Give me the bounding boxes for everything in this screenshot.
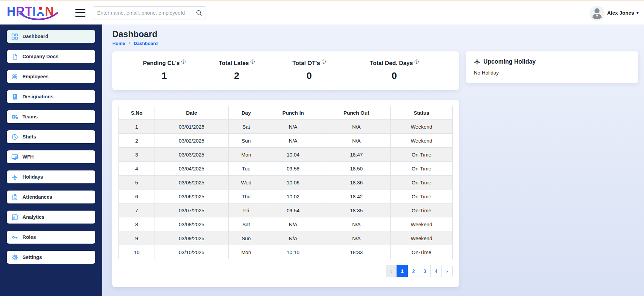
- sidebar-item-label: Attendances: [22, 194, 52, 200]
- table-cell: Wed: [228, 176, 264, 190]
- table-cell: 10: [119, 245, 155, 259]
- document-icon: [12, 53, 18, 60]
- sidebar-item-analytics[interactable]: Analytics: [7, 211, 95, 224]
- table-row: 1003/10/2025Mon10:1018:33On-Time: [119, 245, 453, 259]
- info-icon[interactable]: [181, 60, 186, 64]
- table-cell: On-Time: [390, 190, 453, 203]
- table-cell: 03/01/2025: [155, 120, 228, 134]
- sidebar-item-label: WFH: [22, 154, 34, 160]
- stat-label: Total Ded. Days: [345, 60, 443, 67]
- table-row: 103/01/2025SatN/AN/AWeekend: [119, 120, 453, 134]
- stat-total-ded-days: Total Ded. Days 0: [345, 60, 443, 81]
- table-cell: Sat: [228, 120, 264, 134]
- column-header-date: Date: [155, 106, 228, 120]
- avatar-person-icon: [590, 6, 604, 20]
- pagination-page-4[interactable]: 4: [430, 265, 442, 277]
- sidebar-item-designations[interactable]: Designations: [7, 90, 95, 103]
- pagination-page-1[interactable]: 1: [397, 265, 408, 277]
- sidebar-item-label: Shifts: [22, 134, 36, 139]
- table-cell: 18:47: [322, 148, 390, 162]
- info-icon[interactable]: [251, 60, 255, 64]
- stat-label: Total OT's: [273, 60, 345, 67]
- stat-total-ot-s: Total OT's 0: [273, 60, 345, 81]
- sidebar-item-wfh[interactable]: WFH: [7, 150, 95, 163]
- sidebar-item-label: Company Docs: [22, 54, 59, 59]
- table-cell: 1: [119, 120, 155, 134]
- teams-icon: [12, 114, 18, 120]
- column-header-status: Status: [390, 106, 453, 120]
- bar-chart-icon: [12, 214, 18, 220]
- column-header-day: Day: [228, 106, 264, 120]
- sidebar-item-label: Analytics: [22, 214, 44, 220]
- pagination-page-3[interactable]: 3: [419, 265, 431, 277]
- table-cell: On-Time: [390, 162, 453, 176]
- sidebar-item-settings[interactable]: Settings: [7, 251, 95, 264]
- table-cell: 18:50: [322, 162, 390, 176]
- table-cell: N/A: [322, 231, 390, 245]
- logo-letter: N: [45, 5, 54, 18]
- attendance-table-card: S.NoDateDayPunch InPunch OutStatus 103/0…: [112, 100, 459, 287]
- table-cell: Sun: [228, 231, 264, 245]
- pagination-prev-button[interactable]: ‹: [386, 265, 397, 277]
- table-row: 503/05/2025Wed10:0618:36On-Time: [119, 176, 453, 190]
- sidebar-item-label: Employees: [22, 74, 49, 79]
- pagination: ‹ 1234 ›: [118, 265, 453, 277]
- key-icon: [12, 234, 18, 241]
- info-icon[interactable]: [415, 60, 419, 64]
- sidebar-item-dashboard[interactable]: Dashboard: [7, 30, 95, 43]
- table-cell: 09:54: [264, 203, 322, 217]
- table-row: 303/03/2025Mon10:0418:47On-Time: [119, 148, 453, 162]
- stats-card: Pending CL's 1 Total Lates 2 Total OT's …: [112, 51, 459, 90]
- users-icon: [12, 73, 18, 80]
- plane-icon: [474, 59, 480, 65]
- search-input[interactable]: [97, 10, 196, 16]
- sidebar-item-label: Teams: [22, 114, 38, 119]
- sidebar-item-roles[interactable]: Roles: [7, 231, 95, 244]
- table-cell: 18:35: [322, 203, 390, 217]
- logo-letter: H: [7, 5, 16, 18]
- table-cell: Sat: [228, 217, 264, 231]
- table-cell: N/A: [264, 134, 322, 148]
- table-cell: 10:02: [264, 190, 322, 203]
- info-icon[interactable]: [322, 60, 326, 64]
- pagination-page-2[interactable]: 2: [408, 265, 419, 277]
- sidebar-item-teams[interactable]: Teams: [7, 110, 95, 123]
- table-row: 603/06/2025Thu10:0218:42On-Time: [119, 190, 453, 203]
- page-title: Dashboard: [112, 29, 638, 39]
- stat-pending-cl-s: Pending CL's 1: [128, 60, 200, 81]
- sidebar-item-holidays[interactable]: Holidays: [7, 170, 95, 183]
- avatar[interactable]: [590, 6, 604, 20]
- table-cell: 03/03/2025: [155, 148, 228, 162]
- sidebar-item-employees[interactable]: Employees: [7, 70, 95, 83]
- table-cell: On-Time: [390, 203, 453, 217]
- table-cell: N/A: [264, 217, 322, 231]
- table-cell: 8: [119, 217, 155, 231]
- table-cell: N/A: [264, 120, 322, 134]
- plane-icon: [12, 174, 18, 180]
- table-cell: N/A: [322, 120, 390, 134]
- sidebar-item-company-docs[interactable]: Company Docs: [7, 50, 95, 63]
- stat-total-lates: Total Lates 2: [200, 60, 273, 81]
- sidebar-item-attendances[interactable]: Attendances: [7, 191, 95, 203]
- table-cell: On-Time: [390, 245, 453, 259]
- user-menu[interactable]: Alex Jones ▾: [590, 6, 639, 20]
- sidebar-item-shifts[interactable]: Shifts: [7, 130, 95, 143]
- stat-value: 1: [128, 70, 200, 81]
- search-icon[interactable]: [196, 10, 202, 16]
- table-cell: 03/04/2025: [155, 162, 228, 176]
- table-cell: 18:33: [322, 245, 390, 259]
- search-box: [93, 6, 206, 19]
- table-cell: Thu: [228, 190, 264, 203]
- table-cell: N/A: [264, 231, 322, 245]
- badge-icon: [12, 94, 18, 100]
- table-row: 703/07/2025Fri09:5418:35On-Time: [119, 203, 453, 217]
- table-cell: 10:10: [264, 245, 322, 259]
- breadcrumb-home-link[interactable]: Home: [112, 41, 125, 46]
- sidebar: Dashboard Company Docs Employees Designa…: [0, 24, 102, 296]
- table-cell: Tue: [228, 162, 264, 176]
- pagination-next-button[interactable]: ›: [441, 265, 453, 277]
- menu-icon[interactable]: [75, 9, 85, 17]
- breadcrumb-current-link[interactable]: Dashboard: [134, 41, 158, 46]
- table-body: 103/01/2025SatN/AN/AWeekend203/02/2025Su…: [119, 120, 453, 259]
- table-cell: Weekend: [390, 134, 453, 148]
